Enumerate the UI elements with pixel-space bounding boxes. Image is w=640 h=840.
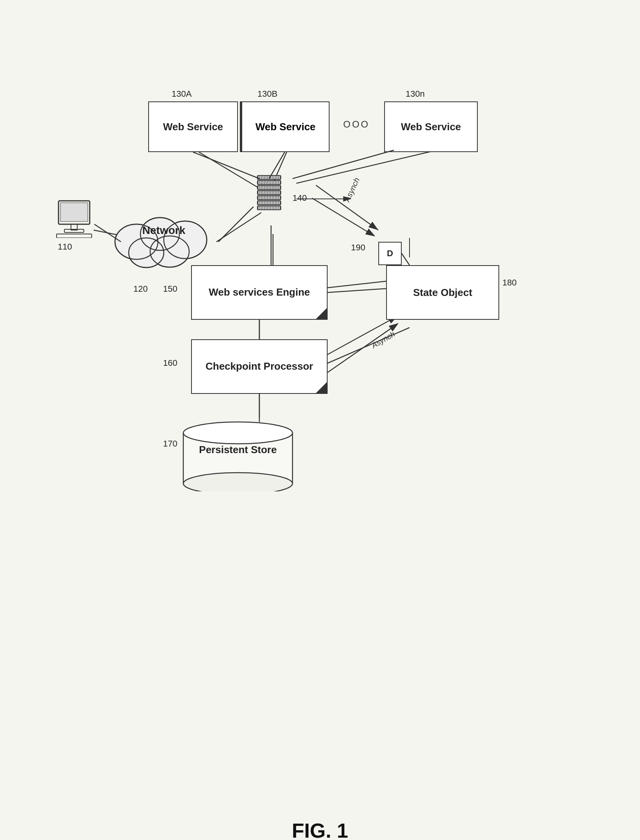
web-service-b-box: Web Service [240, 101, 330, 152]
figure-label: FIG. 1 [0, 819, 640, 840]
svg-rect-18 [60, 203, 88, 222]
dots-label: OOO [343, 119, 370, 130]
ref-130b: 130B [257, 89, 277, 99]
svg-line-72 [312, 198, 374, 236]
ref-110: 110 [58, 242, 72, 252]
svg-point-60 [183, 473, 293, 491]
asynch-top-label: Asynch [343, 176, 362, 203]
ref-170: 170 [163, 439, 177, 449]
svg-line-0 [199, 152, 257, 187]
checkpoint-processor-box: Checkpoint Processor [191, 339, 328, 394]
client-computer [55, 199, 94, 239]
svg-line-74 [328, 289, 386, 292]
dispatcher-box: D [378, 242, 402, 265]
svg-line-73 [328, 324, 398, 372]
diagram: 130A Web Service 130B Web Service OOO 13… [0, 31, 640, 616]
persistent-store: Persistent Store [179, 417, 296, 493]
persistent-store-label: Persistent Store [179, 443, 296, 457]
ref-180: 180 [502, 278, 517, 288]
svg-line-14 [320, 281, 390, 289]
web-service-a-box: Web Service [148, 101, 238, 152]
ref-190: 190 [351, 243, 365, 253]
svg-rect-21 [57, 234, 92, 238]
network-label: Network [131, 224, 197, 237]
ref-130a: 130A [172, 89, 191, 99]
ref-140: 140 [293, 193, 307, 203]
svg-line-3 [218, 207, 254, 242]
ref-150: 150 [163, 284, 177, 294]
asynch-bottom-label: Asynch [370, 330, 397, 350]
ref-160: 160 [163, 358, 177, 368]
web-services-engine-box: Web services Engine [191, 265, 328, 320]
svg-line-16 [320, 328, 410, 367]
svg-line-71 [402, 253, 410, 265]
ref-120: 120 [133, 284, 148, 294]
state-object-box: State Object [386, 265, 499, 320]
svg-point-61 [183, 422, 293, 444]
web-service-n-box: Web Service [384, 101, 478, 152]
svg-line-2 [296, 150, 437, 183]
ref-130n: 130n [406, 89, 425, 99]
svg-line-67 [293, 150, 394, 179]
server-router [250, 172, 289, 228]
